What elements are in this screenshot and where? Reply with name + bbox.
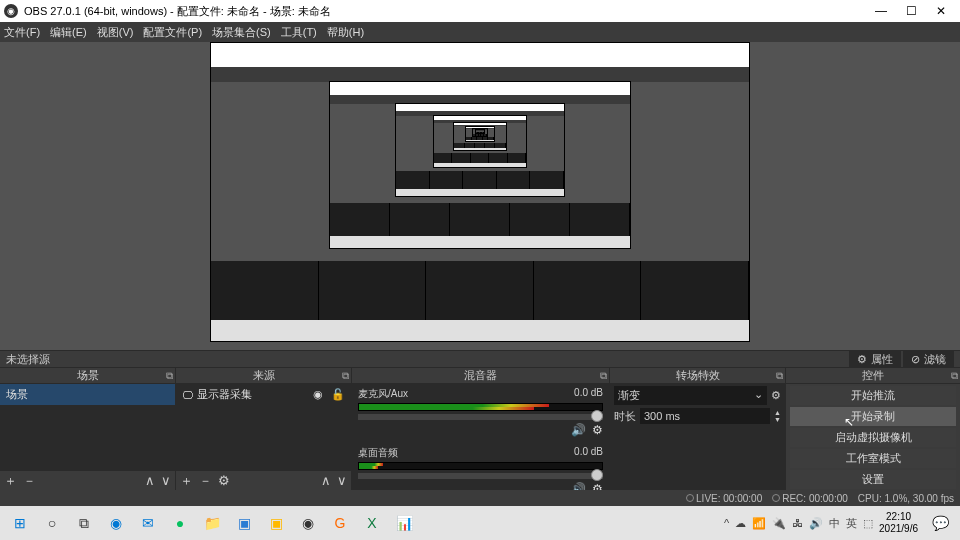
taskbar-app4-icon[interactable]: 📊 (390, 509, 418, 537)
add-scene-button[interactable]: ＋ (4, 472, 17, 490)
display-icon: 🖵 (182, 389, 193, 401)
dur-down[interactable]: ▼ (774, 416, 781, 423)
taskbar-mail-icon[interactable]: ✉ (134, 509, 162, 537)
menu-item[interactable]: 视图(V) (97, 25, 134, 40)
scene-down-button[interactable]: ∨ (161, 473, 171, 488)
control-button[interactable]: 启动虚拟摄像机 (790, 428, 956, 447)
mixer-title: 混音器 (464, 368, 497, 383)
status-bar: LIVE: 00:00:00 REC: 00:00:00 CPU: 1.0%, … (0, 490, 960, 506)
maximize-button[interactable]: ☐ (896, 4, 926, 18)
taskbar-excel-icon[interactable]: X (358, 509, 386, 537)
dur-up[interactable]: ▲ (774, 409, 781, 416)
popout-icon[interactable]: ⧉ (600, 370, 607, 382)
menu-item[interactable]: 文件(F) (4, 25, 40, 40)
tray-icon[interactable]: 🔊 (809, 517, 823, 530)
properties-tab[interactable]: ⚙属性 (849, 351, 901, 368)
transition-settings-button[interactable]: ⚙ (771, 389, 781, 402)
close-button[interactable]: ✕ (926, 4, 956, 18)
filters-tab[interactable]: ⊘滤镜 (903, 351, 954, 368)
preview-area[interactable] (0, 42, 960, 342)
tray-icon[interactable]: ^ (724, 517, 729, 529)
mute-button[interactable]: 🔊 (571, 423, 586, 437)
mixer-channel: 麦克风/Aux0.0 dB🔊⚙ (352, 384, 609, 443)
menu-item[interactable]: 配置文件(P) (143, 25, 202, 40)
duration-input[interactable]: 300 ms (640, 408, 770, 424)
transition-select[interactable]: 渐变⌄ (614, 386, 767, 405)
taskbar-app2-icon[interactable]: ▣ (262, 509, 290, 537)
windows-taskbar: ⊞○⧉◉✉●📁▣▣◉GX📊 ^☁📶🔌🖧🔊中英⬚ 22:102021/9/6 💬 (0, 506, 960, 540)
taskbar-app1-icon[interactable]: ▣ (230, 509, 258, 537)
no-selection-label: 未选择源 (6, 352, 50, 367)
channel-settings-button[interactable]: ⚙ (592, 423, 603, 437)
mute-button[interactable]: 🔊 (571, 482, 586, 490)
title-bar: ◉ OBS 27.0.1 (64-bit, windows) - 配置文件: 未… (0, 0, 960, 22)
lock-toggle[interactable]: 🔓 (331, 388, 345, 401)
add-source-button[interactable]: ＋ (180, 472, 193, 490)
tray-icon[interactable]: ☁ (735, 517, 746, 530)
visibility-toggle[interactable]: ◉ (313, 388, 323, 401)
control-button[interactable]: 设置 (790, 470, 956, 489)
volume-slider[interactable] (358, 473, 603, 479)
source-item[interactable]: 🖵显示器采集◉🔓 (176, 384, 351, 405)
menu-bar: 文件(F)编辑(E)视图(V)配置文件(P)场景集合(S)工具(T)帮助(H) (0, 22, 960, 42)
popout-icon[interactable]: ⧉ (776, 370, 783, 382)
tray-icon[interactable]: 中 (829, 516, 840, 531)
scenes-dock: 场景⧉ 场景 ＋ － ∧ ∨ (0, 368, 176, 490)
taskbar-app3-icon[interactable]: G (326, 509, 354, 537)
popout-icon[interactable]: ⧉ (951, 370, 958, 382)
tray-icon[interactable]: 📶 (752, 517, 766, 530)
source-down-button[interactable]: ∨ (337, 473, 347, 488)
taskbar-explorer-icon[interactable]: 📁 (198, 509, 226, 537)
remove-scene-button[interactable]: － (23, 472, 36, 490)
scene-up-button[interactable]: ∧ (145, 473, 155, 488)
window-title: OBS 27.0.1 (64-bit, windows) - 配置文件: 未命名… (24, 4, 331, 19)
live-indicator-icon (686, 494, 694, 502)
taskbar-edge-icon[interactable]: ◉ (102, 509, 130, 537)
duration-label: 时长 (614, 409, 636, 424)
source-settings-button[interactable]: ⚙ (218, 473, 230, 488)
taskbar-taskview-icon[interactable]: ⧉ (70, 509, 98, 537)
transitions-title: 转场特效 (676, 368, 720, 383)
sources-title: 来源 (253, 368, 275, 383)
channel-settings-button[interactable]: ⚙ (592, 482, 603, 490)
live-status: LIVE: 00:00:00 (696, 493, 762, 504)
controls-title: 控件 (862, 368, 884, 383)
audio-meter (358, 403, 603, 411)
volume-slider[interactable] (358, 414, 603, 420)
mixer-dock: 混音器⧉ 麦克风/Aux0.0 dB🔊⚙桌面音频0.0 dB🔊⚙ (352, 368, 610, 490)
taskbar-start-icon[interactable]: ⊞ (6, 509, 34, 537)
taskbar-clock[interactable]: 22:102021/9/6 (873, 511, 924, 535)
control-button[interactable]: 开始推流 (790, 386, 956, 405)
tray-icon[interactable]: 英 (846, 516, 857, 531)
menu-item[interactable]: 帮助(H) (327, 25, 364, 40)
scene-item[interactable]: 场景 (0, 384, 175, 405)
control-button[interactable]: 工作室模式 (790, 449, 956, 468)
rec-status: REC: 00:00:00 (782, 493, 848, 504)
cpu-status: CPU: 1.0%, 30.00 fps (858, 493, 954, 504)
display-capture-recursion (210, 42, 750, 342)
taskbar-wechat-icon[interactable]: ● (166, 509, 194, 537)
taskbar-obs-icon[interactable]: ◉ (294, 509, 322, 537)
tray-icon[interactable]: 🔌 (772, 517, 786, 530)
sources-dock: 来源⧉ 🖵显示器采集◉🔓 ＋ － ⚙ ∧ ∨ (176, 368, 352, 490)
menu-item[interactable]: 编辑(E) (50, 25, 87, 40)
rec-indicator-icon (772, 494, 780, 502)
transitions-dock: 转场特效⧉ 渐变⌄ ⚙ 时长 300 ms ▲▼ (610, 368, 786, 490)
cursor-icon: ↖ (844, 415, 854, 429)
mixer-channel: 桌面音频0.0 dB🔊⚙ (352, 443, 609, 490)
menu-item[interactable]: 工具(T) (281, 25, 317, 40)
minimize-button[interactable]: — (866, 4, 896, 18)
tray-icon[interactable]: 🖧 (792, 517, 803, 529)
audio-meter (358, 462, 603, 470)
selection-bar: 未选择源 ⚙属性 ⊘滤镜 (0, 350, 960, 368)
control-button[interactable]: 开始录制↖ (790, 407, 956, 426)
menu-item[interactable]: 场景集合(S) (212, 25, 271, 40)
popout-icon[interactable]: ⧉ (166, 370, 173, 382)
popout-icon[interactable]: ⧉ (342, 370, 349, 382)
source-up-button[interactable]: ∧ (321, 473, 331, 488)
notifications-button[interactable]: 💬 (926, 509, 954, 537)
taskbar-search-icon[interactable]: ○ (38, 509, 66, 537)
remove-source-button[interactable]: － (199, 472, 212, 490)
tray-icon[interactable]: ⬚ (863, 517, 873, 530)
docks-container: 场景⧉ 场景 ＋ － ∧ ∨ 来源⧉ 🖵显示器采集◉🔓 ＋ － ⚙ ∧ ∨ 混音… (0, 368, 960, 490)
